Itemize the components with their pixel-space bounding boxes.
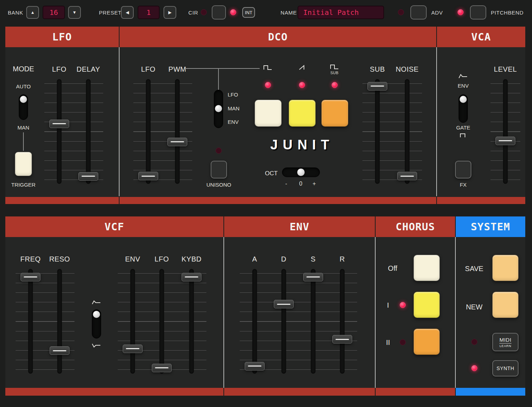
slider-track[interactable] [340, 269, 345, 374]
env-release-slider[interactable]: R [326, 252, 358, 374]
toggle-knob[interactable] [93, 311, 100, 318]
unisono-button[interactable] [211, 161, 227, 178]
slider-knob[interactable] [49, 120, 69, 128]
slider-knob[interactable] [245, 362, 265, 370]
pulse-wave-button[interactable] [255, 100, 282, 127]
midi-learn-sublabel: LEARN [499, 344, 511, 348]
slider-track[interactable] [375, 79, 380, 184]
slider-track[interactable] [131, 269, 135, 374]
slider-track[interactable] [57, 79, 62, 184]
vcf-polarity-toggle[interactable] [92, 309, 101, 339]
slider-track[interactable] [311, 269, 316, 374]
env-sustain-slider[interactable]: S [297, 252, 329, 374]
vca-level-slider[interactable]: LEVEL [489, 62, 521, 184]
slider-knob[interactable] [78, 172, 98, 181]
chorus-off-button[interactable] [414, 255, 440, 281]
slider-label: S [297, 252, 329, 266]
slider-knob[interactable] [50, 346, 70, 355]
slider-knob[interactable] [138, 172, 158, 180]
vca-env-gate-toggle[interactable] [459, 94, 468, 123]
dco-lfo-slider[interactable]: LFO [132, 62, 164, 184]
slider-body [239, 269, 271, 374]
slider-knob[interactable] [152, 364, 172, 372]
vcf-section-title: VCF [5, 216, 223, 237]
slider-body [326, 269, 358, 374]
vcf-lfo-slider[interactable]: LFO [146, 252, 178, 374]
int-button[interactable]: INT [242, 7, 255, 18]
octave-slider[interactable] [282, 167, 320, 177]
vcf-freq-slider[interactable]: FREQ [15, 252, 46, 374]
vcf-reso-slider[interactable]: RESO [44, 252, 76, 374]
slider-track[interactable] [282, 269, 286, 374]
slider-track[interactable] [160, 269, 164, 374]
bank-up-button[interactable]: ▲ [26, 6, 39, 19]
slider-knob[interactable] [332, 335, 352, 343]
cir-button[interactable] [212, 5, 226, 20]
oct-plus-label: + [310, 181, 318, 187]
adv-label: ADV [431, 0, 443, 25]
slider-knob[interactable] [495, 137, 515, 145]
slider-track[interactable] [86, 79, 91, 184]
lfo-rate-slider[interactable]: LFO [43, 62, 75, 184]
slider-track[interactable] [405, 79, 410, 184]
chorus-one-led [400, 302, 406, 308]
chorus-two-led [400, 339, 406, 345]
save-button[interactable] [492, 255, 519, 281]
slider-track[interactable] [146, 79, 151, 184]
preset-next-button[interactable]: ▶ [164, 6, 176, 19]
env-decay-slider[interactable]: D [268, 252, 300, 374]
slider-knob[interactable] [274, 300, 294, 308]
synth-button[interactable]: SYNTH [492, 360, 519, 376]
vca-gate-label: GATE [449, 125, 477, 131]
chorus-two-button[interactable] [414, 329, 440, 355]
system-section-title: SYSTEM [456, 216, 525, 237]
slider-track[interactable] [253, 269, 257, 374]
lfo-delay-slider[interactable]: DELAY [72, 62, 104, 184]
slider-knob[interactable] [182, 273, 201, 281]
slider-knob[interactable] [21, 273, 40, 281]
pwm-source-switch[interactable] [214, 90, 223, 128]
toggle-knob[interactable] [20, 96, 27, 103]
slider-label: ENV [117, 252, 149, 266]
envelope-icon [459, 73, 468, 79]
switch-knob[interactable] [215, 105, 222, 112]
adv-button[interactable] [410, 5, 427, 20]
left-arrow-icon: ◀ [126, 10, 129, 15]
env-attack-slider[interactable]: A [239, 252, 271, 374]
slider-body [117, 269, 149, 374]
slider-track[interactable] [189, 269, 194, 374]
slider-knob[interactable] [367, 82, 387, 90]
dco-noise-slider[interactable]: NOISE [391, 62, 423, 184]
mode-connector-line [23, 132, 24, 151]
sub-wave-button[interactable] [321, 100, 348, 127]
chorus-one-button[interactable] [414, 292, 440, 318]
preset-prev-button[interactable]: ◀ [121, 6, 134, 19]
slider-track[interactable] [503, 79, 508, 184]
dco-pwm-slider[interactable]: PWM [161, 62, 193, 184]
vcf-env-slider[interactable]: ENV [117, 252, 149, 374]
slider-track[interactable] [57, 269, 62, 374]
vcf-kybd-slider[interactable]: KYBD [176, 252, 207, 374]
slider-track[interactable] [175, 79, 180, 184]
slider-knob[interactable] [303, 273, 323, 281]
slider-knob[interactable] [123, 345, 143, 353]
dco-sub-slider[interactable]: SUB [361, 62, 393, 184]
pwm-connector-line [185, 68, 260, 69]
mode-auto-label: AUTO [9, 83, 38, 89]
lfo-mode-toggle[interactable] [19, 94, 28, 120]
octave-knob[interactable] [297, 169, 305, 176]
patch-name-display[interactable]: Initial Patch [298, 6, 384, 19]
separator-dco-vca [436, 47, 437, 196]
saw-wave-button[interactable] [289, 100, 316, 127]
slider-knob[interactable] [167, 138, 187, 146]
new-button[interactable] [492, 292, 519, 318]
bank-down-button[interactable]: ▼ [68, 6, 81, 19]
unisono-label: UNISONO [198, 182, 240, 188]
slider-knob[interactable] [397, 172, 417, 180]
fx-button[interactable] [455, 161, 471, 178]
toggle-knob[interactable] [460, 96, 467, 103]
midi-learn-button[interactable]: MIDI LEARN [492, 333, 519, 351]
trigger-button[interactable] [15, 152, 32, 176]
pitchbend-button[interactable] [470, 5, 486, 20]
slider-track[interactable] [28, 269, 33, 374]
